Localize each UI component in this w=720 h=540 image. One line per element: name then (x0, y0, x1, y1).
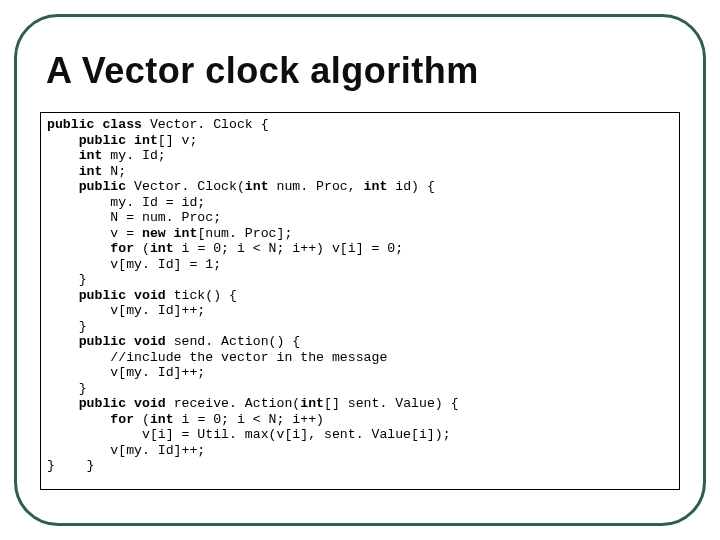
code-text: v[my. Id]++; (110, 443, 205, 458)
code-text: ( (134, 412, 150, 427)
code-kw: public void (79, 396, 166, 411)
code-kw: new int (142, 226, 197, 241)
code-kw: public int (79, 133, 158, 148)
slide: A Vector clock algorithm public class Ve… (0, 0, 720, 540)
code-text: [num. Proc]; (197, 226, 292, 241)
code-kw: int (79, 148, 103, 163)
code-text: send. Action() { (166, 334, 301, 349)
code-kw: for (110, 241, 134, 256)
code-text: v[my. Id] = 1; (110, 257, 221, 272)
code-box: public class Vector. Clock { public int[… (40, 112, 680, 490)
code-kw: int (150, 241, 174, 256)
code-kw: int (300, 396, 324, 411)
code-text: } (79, 272, 87, 287)
code-kw: public class (47, 117, 142, 132)
code-kw: public void (79, 288, 166, 303)
code-text: N; (102, 164, 126, 179)
slide-title: A Vector clock algorithm (46, 50, 479, 92)
code-text: } (79, 319, 87, 334)
code-text: Vector. Clock { (142, 117, 269, 132)
code-kw: public (79, 179, 126, 194)
code-text: tick() { (166, 288, 237, 303)
code-text: [] v; (158, 133, 198, 148)
code-text: v = (110, 226, 142, 241)
code-text: v[i] = Util. max(v[i], sent. Value[i]); (142, 427, 451, 442)
code-text: N = num. Proc; (110, 210, 221, 225)
code-kw: public void (79, 334, 166, 349)
code-text: Vector. Clock( (126, 179, 245, 194)
code-text: v[my. Id]++; (110, 303, 205, 318)
code-text: i = 0; i < N; i++) (174, 412, 324, 427)
code-text: } (79, 381, 87, 396)
code-text: receive. Action( (166, 396, 301, 411)
code-kw: int (150, 412, 174, 427)
code-text: [] sent. Value) { (324, 396, 459, 411)
code-kw: int (245, 179, 269, 194)
code-listing: public class Vector. Clock { public int[… (47, 117, 673, 474)
code-kw: int (364, 179, 388, 194)
code-kw: for (110, 412, 134, 427)
code-text: id) { (387, 179, 434, 194)
code-text: i = 0; i < N; i++) v[i] = 0; (174, 241, 404, 256)
code-kw: int (79, 164, 103, 179)
code-text: v[my. Id]++; (110, 365, 205, 380)
code-text: my. Id; (102, 148, 165, 163)
code-text: my. Id = id; (110, 195, 205, 210)
code-text: } } (47, 458, 94, 473)
code-text: ( (134, 241, 150, 256)
code-text: num. Proc, (269, 179, 364, 194)
code-text: //include the vector in the message (110, 350, 387, 365)
